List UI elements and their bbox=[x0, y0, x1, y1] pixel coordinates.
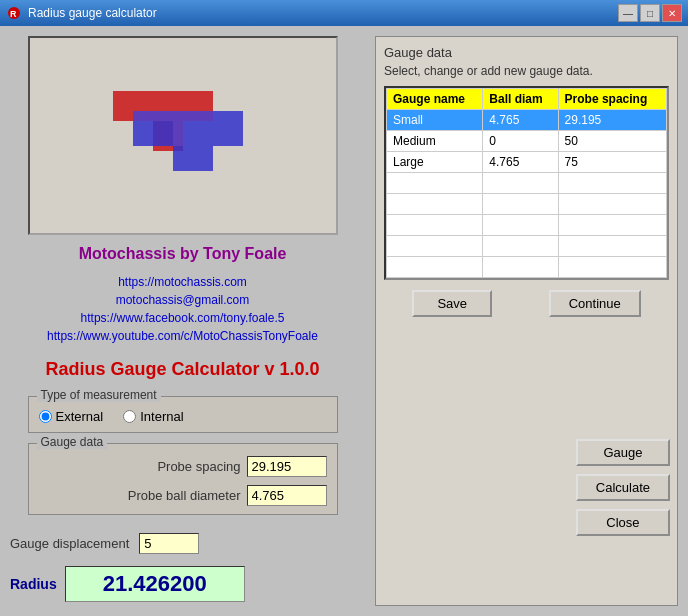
probe-spacing-input[interactable] bbox=[247, 456, 327, 477]
probe-ball-input[interactable] bbox=[247, 485, 327, 506]
brand-name: Motochassis by Tony Foale bbox=[79, 245, 287, 263]
gauge-table-wrapper: Gauge name Ball diam Probe spacing Small… bbox=[384, 86, 669, 280]
external-radio[interactable] bbox=[39, 410, 52, 423]
table-row-empty bbox=[387, 257, 667, 278]
right-panel: Gauge data Select, change or add new gau… bbox=[365, 26, 688, 616]
table-row[interactable]: Small4.76529.195 bbox=[387, 110, 667, 131]
table-row-empty bbox=[387, 215, 667, 236]
gauge-data-group: Gauge data Probe spacing Probe ball diam… bbox=[28, 443, 338, 515]
window-title: Radius gauge calculator bbox=[28, 6, 612, 20]
probe-spacing-label: Probe spacing bbox=[157, 459, 240, 474]
radius-row: Radius 21.426200 bbox=[0, 562, 365, 606]
svg-text:R: R bbox=[10, 9, 17, 19]
link-email[interactable]: motochassis@gmail.com bbox=[116, 293, 250, 307]
table-row-empty bbox=[387, 173, 667, 194]
table-row-empty bbox=[387, 194, 667, 215]
logo-area bbox=[28, 36, 338, 235]
gauge-displacement-row: Gauge displacement bbox=[0, 525, 365, 562]
internal-radio-label[interactable]: Internal bbox=[123, 409, 183, 424]
measurement-group-title: Type of measurement bbox=[37, 388, 161, 402]
app-icon: R bbox=[6, 5, 22, 21]
measurement-group: Type of measurement External Internal bbox=[28, 396, 338, 433]
internal-radio[interactable] bbox=[123, 410, 136, 423]
col-ball-diam: Ball diam bbox=[483, 89, 558, 110]
window-close-button[interactable]: ✕ bbox=[662, 4, 682, 22]
col-gauge-name: Gauge name bbox=[387, 89, 483, 110]
probe-spacing-row: Probe spacing bbox=[39, 456, 327, 477]
maximize-button[interactable]: □ bbox=[640, 4, 660, 22]
gauge-displacement-label: Gauge displacement bbox=[10, 536, 129, 551]
table-row[interactable]: Medium050 bbox=[387, 131, 667, 152]
minimize-button[interactable]: — bbox=[618, 4, 638, 22]
probe-ball-row: Probe ball diameter bbox=[39, 485, 327, 506]
col-probe-spacing: Probe spacing bbox=[558, 89, 666, 110]
gauge-table: Gauge name Ball diam Probe spacing Small… bbox=[386, 88, 667, 278]
external-label: External bbox=[56, 409, 104, 424]
radius-value: 21.426200 bbox=[65, 566, 245, 602]
link-website[interactable]: https://motochassis.com bbox=[118, 275, 247, 289]
link-facebook[interactable]: https://www.facebook.com/tony.foale.5 bbox=[81, 311, 285, 325]
table-row[interactable]: Large4.76575 bbox=[387, 152, 667, 173]
gauge-data-panel-title: Gauge data bbox=[384, 45, 669, 60]
external-radio-label[interactable]: External bbox=[39, 409, 104, 424]
app-title: Radius Gauge Calculator v 1.0.0 bbox=[45, 359, 319, 380]
table-header-row: Gauge name Ball diam Probe spacing bbox=[387, 89, 667, 110]
calculate-button[interactable]: Calculate bbox=[576, 474, 670, 501]
table-row-empty bbox=[387, 236, 667, 257]
left-panel: Motochassis by Tony Foale https://motoch… bbox=[0, 26, 365, 616]
save-button[interactable]: Save bbox=[412, 290, 492, 317]
close-button[interactable]: Close bbox=[576, 509, 670, 536]
gauge-displacement-input[interactable] bbox=[139, 533, 199, 554]
title-buttons: — □ ✕ bbox=[618, 4, 682, 22]
continue-button[interactable]: Continue bbox=[549, 290, 641, 317]
gauge-data-group-title: Gauge data bbox=[37, 435, 108, 449]
side-buttons: Gauge Calculate Close bbox=[576, 439, 670, 536]
radio-row: External Internal bbox=[39, 405, 327, 424]
internal-label: Internal bbox=[140, 409, 183, 424]
probe-ball-label: Probe ball diameter bbox=[128, 488, 241, 503]
link-youtube[interactable]: https://www.youtube.com/c/MotoChassisTon… bbox=[47, 329, 318, 343]
gauge-data-fields: Probe spacing Probe ball diameter bbox=[39, 452, 327, 506]
gauge-panel-buttons: Save Continue bbox=[384, 290, 669, 317]
links-area: https://motochassis.com motochassis@gmai… bbox=[47, 275, 318, 343]
gauge-button[interactable]: Gauge bbox=[576, 439, 670, 466]
title-bar: R Radius gauge calculator — □ ✕ bbox=[0, 0, 688, 26]
gauge-data-panel-subtitle: Select, change or add new gauge data. bbox=[384, 64, 669, 78]
radius-label: Radius bbox=[10, 576, 57, 592]
